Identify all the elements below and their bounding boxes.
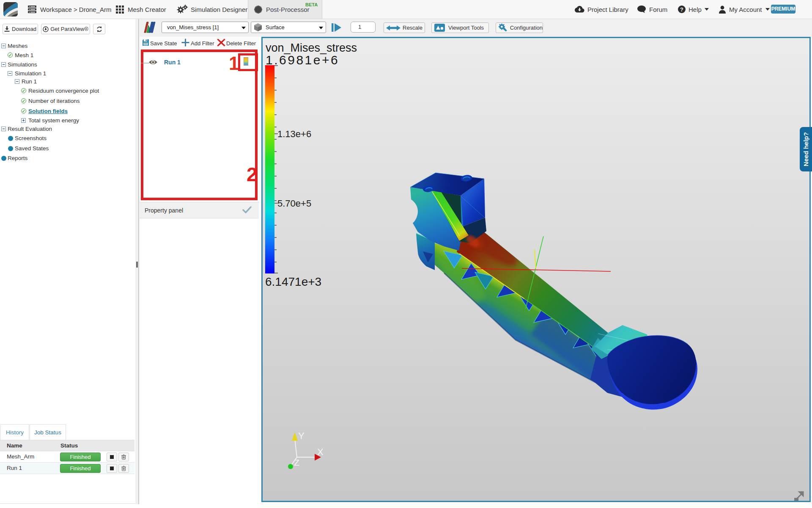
svg-text:1.13e+6: 1.13e+6 bbox=[277, 129, 311, 139]
svg-text:von_Mises_stress: von_Mises_stress bbox=[266, 41, 357, 54]
svg-text:Y: Y bbox=[298, 431, 304, 441]
svg-text:1.6981e+6: 1.6981e+6 bbox=[266, 53, 339, 67]
svg-text:6.1471e+3: 6.1471e+3 bbox=[265, 275, 321, 288]
svg-text:Z: Z bbox=[294, 458, 299, 467]
svg-text:5.70e+5: 5.70e+5 bbox=[277, 198, 311, 209]
svg-text:?: ? bbox=[680, 6, 683, 13]
svg-text:X: X bbox=[317, 447, 324, 457]
